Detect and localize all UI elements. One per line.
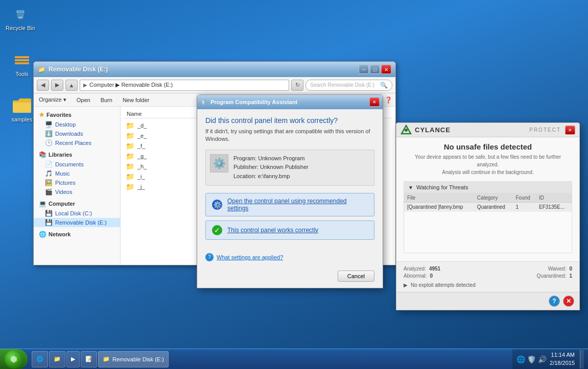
samples-folder-icon — [13, 96, 31, 115]
cylance-close-footer-button[interactable]: ✕ — [563, 296, 574, 307]
organize-menu[interactable]: Organize ▾ — [37, 95, 68, 104]
pca-help-row: ? What settings are applied? — [197, 251, 383, 266]
desktop-icon-recycle-bin[interactable]: 🗑️ Recycle Bin — [3, 3, 38, 34]
open-recommended-button[interactable]: ⚙️ Open the control panel using recommen… — [205, 193, 374, 216]
works-correctly-button[interactable]: ✓ This control panel works correctly — [205, 220, 374, 240]
main-explorer-taskbar[interactable]: 📁 Removable Disk (E:) — [98, 351, 169, 367]
file-icon: 📁 — [126, 121, 134, 130]
explorer-titlebar[interactable]: 📁 Removable Disk (E:) ─ □ ✕ — [34, 62, 395, 77]
cylance-help-button[interactable]: ? — [549, 296, 560, 307]
cylance-title-text: CYLANCE — [415, 126, 451, 134]
col-id: ID — [536, 193, 572, 203]
quarantined-value: 1 — [569, 273, 572, 279]
desktop-icon-sidebar: 🖥️ — [45, 121, 53, 128]
libraries-label: Libraries — [49, 152, 72, 158]
computer-label: Computer — [49, 201, 75, 207]
maximize-button[interactable]: □ — [370, 65, 380, 74]
taskbar-items-area: 🌐 📁 ▶ 📝 📁 Removable Disk (E:) — [30, 349, 512, 369]
help-icon: ? — [205, 253, 214, 261]
show-desktop-button[interactable] — [580, 350, 584, 368]
pca-subtext: If it didn't, try using settings that ar… — [205, 128, 374, 143]
clock-time: 11:14 AM — [550, 351, 575, 359]
program-details: Program: Unknown Program Publisher: Unkn… — [233, 154, 309, 181]
favorites-header[interactable]: ★ Favorites — [34, 110, 120, 120]
close-button[interactable]: ✕ — [381, 65, 391, 74]
local-disk-icon: 💾 — [45, 210, 53, 217]
media-taskbar-item[interactable]: ▶ — [66, 351, 80, 367]
open-menu[interactable]: Open — [75, 96, 92, 104]
program-icon: ⚙️ — [210, 154, 228, 173]
pca-close-button[interactable]: ✕ — [369, 97, 380, 107]
explorer-toolbar: ◀ ▶ ▲ ▶ Computer ▶ Removable Disk (E:) ↻… — [34, 77, 395, 93]
cancel-button[interactable]: Cancel — [338, 270, 374, 282]
computer-header[interactable]: 💻 Computer — [34, 199, 120, 209]
tools-label: Tools — [15, 71, 29, 78]
address-text: Computer ▶ Removable Disk (E:) — [89, 82, 173, 88]
cylance-titlebar[interactable]: CYLANCE PROTECT ✕ — [396, 123, 579, 137]
threat-empty-area — [404, 212, 572, 253]
pca-titlebar[interactable]: 🛡️ Program Compatibility Assistant ✕ — [197, 95, 383, 109]
up-button[interactable]: ▲ — [65, 80, 78, 91]
network-header[interactable]: 🌐 Network — [34, 229, 120, 239]
favorites-label: Favorites — [46, 112, 72, 118]
pca-icon: 🛡️ — [200, 99, 207, 106]
sidebar-item-pictures[interactable]: 🖼️ Pictures — [34, 178, 120, 187]
start-button[interactable] — [0, 349, 28, 370]
col-file: File — [404, 193, 474, 203]
threat-row[interactable]: [Quarantined ]fanny.bmp Quarantined 1 EF… — [404, 203, 572, 212]
abnormal-value: 0 — [430, 273, 433, 279]
main-folder-icon: 📁 — [103, 356, 110, 362]
svg-rect-2 — [15, 62, 29, 64]
volume-tray-icon[interactable]: 🔊 — [538, 355, 547, 363]
ie-taskbar-item[interactable]: 🌐 — [32, 351, 48, 367]
nav-refresh-button[interactable]: ↻ — [291, 80, 303, 91]
cylance-close-button[interactable]: ✕ — [565, 126, 575, 135]
back-button[interactable]: ◀ — [37, 80, 49, 91]
address-arrow: ▶ — [83, 82, 87, 88]
taskbar-clock[interactable]: 11:14 AM 2/18/2015 — [550, 351, 575, 367]
search-icon: 🔍 — [380, 82, 388, 89]
open-recommended-label: Open the control panel using recommended… — [227, 198, 368, 212]
network-icon: 🌐 — [39, 231, 46, 238]
winamp-taskbar-item[interactable]: 📝 — [81, 351, 97, 367]
col-category: Category — [474, 193, 513, 203]
cylance-protect-label: PROTECT — [529, 127, 561, 133]
cylance-safe-sub2: Analysis will continue in the background… — [404, 168, 572, 176]
samples-label: samples — [12, 116, 33, 123]
videos-icon: 🎬 — [45, 188, 53, 195]
burn-menu[interactable]: Burn — [99, 96, 114, 104]
pictures-icon: 🖼️ — [45, 179, 53, 186]
search-box[interactable]: Search Removable Disk (E:) 🔍 — [305, 80, 392, 91]
winamp-icon: 📝 — [85, 356, 92, 362]
no-exploit-row[interactable]: ▶ No exploit attempts detected — [404, 280, 572, 288]
taskbar-tray: 🌐 🛡️ 🔊 11:14 AM 2/18/2015 — [512, 349, 588, 369]
taskbar: 🌐 📁 ▶ 📝 📁 Removable Disk (E:) 🌐 🛡️ 🔊 11:… — [0, 349, 588, 369]
sidebar-item-music[interactable]: 🎵 Music — [34, 169, 120, 178]
explorer-sidebar: ★ Favorites 🖥️ Desktop ⬇️ Downloads 🕒 Re… — [34, 107, 121, 265]
waived-value: 0 — [569, 266, 572, 272]
cylance-status-area: No unsafe files detected Your device app… — [404, 142, 572, 176]
pca-dialog: 🛡️ Program Compatibility Assistant ✕ Did… — [197, 94, 383, 288]
watching-threats-header[interactable]: ▼ Watching for Threats — [404, 182, 572, 193]
cylance-footer: ? ✕ — [396, 292, 579, 310]
sidebar-item-videos[interactable]: 🎬 Videos — [34, 187, 120, 196]
minimize-button[interactable]: ─ — [359, 65, 369, 74]
help-link[interactable]: What settings are applied? — [217, 254, 283, 260]
sidebar-item-downloads[interactable]: ⬇️ Downloads — [34, 129, 120, 138]
forward-button[interactable]: ▶ — [51, 80, 63, 91]
main-explorer-label: Removable Disk (E:) — [112, 356, 164, 362]
sidebar-item-local-disk[interactable]: 💾 Local Disk (C:) — [34, 209, 120, 218]
network-tray-icon[interactable]: 🌐 — [516, 355, 525, 363]
sidebar-item-removable-disk[interactable]: 💾 Removable Disk (E:) — [34, 218, 120, 227]
file-icon-2: 📁 — [126, 132, 134, 140]
sidebar-item-documents[interactable]: 📄 Documents — [34, 160, 120, 169]
explorer-taskbar-item[interactable]: 📁 — [49, 351, 65, 367]
shield-tray-icon[interactable]: 🛡️ — [527, 355, 536, 363]
sidebar-item-recent[interactable]: 🕒 Recent Places — [34, 138, 120, 147]
sidebar-item-desktop[interactable]: 🖥️ Desktop — [34, 120, 120, 129]
libraries-header[interactable]: 📚 Libraries — [34, 150, 120, 160]
address-bar[interactable]: ▶ Computer ▶ Removable Disk (E:) — [80, 80, 289, 91]
file-icon-7: 📁 — [126, 183, 134, 191]
new-folder-menu[interactable]: New folder — [121, 96, 152, 104]
svg-rect-0 — [15, 56, 29, 58]
